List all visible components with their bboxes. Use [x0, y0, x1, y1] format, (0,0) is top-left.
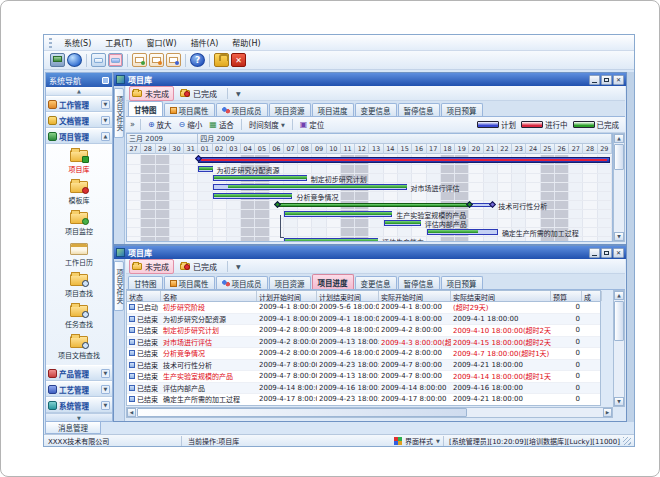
table-row[interactable]: 已结束对市场进行评估2009-4-2 8:00:002009-4-13 18:0…: [127, 337, 600, 349]
column-成[interactable]: 成: [582, 291, 602, 301]
task-bar[interactable]: [384, 220, 421, 226]
table-row[interactable]: 已启动初步研究阶段2009-4-1 8:00:002009-5-6 18:00:…: [127, 302, 600, 314]
pin-icon[interactable]: [102, 77, 109, 84]
folder-side-tab[interactable]: 项目文件夹: [114, 261, 124, 311]
table-row[interactable]: 已结束技术可行性分析2009-4-7 8:00:002009-4-23 18:0…: [127, 360, 600, 372]
sidebar-group-工作管理[interactable]: 工作管理▼: [46, 96, 112, 112]
tab-项目成员[interactable]: 项目成员: [216, 276, 268, 289]
summary-bar[interactable]: [198, 157, 610, 163]
task-bar[interactable]: [284, 238, 378, 241]
menu-item-1[interactable]: 系统(S): [57, 35, 98, 50]
chevron-down-icon[interactable]: ▼: [101, 116, 110, 125]
column-实际开始时间[interactable]: 实际开始时间: [379, 291, 451, 301]
table-row[interactable]: 已结束为初步研究分配资源2009-4-1 8:00:002009-4-1 18:…: [127, 314, 600, 326]
nav-item-模板库[interactable]: 模板库: [69, 178, 90, 207]
more-buttons-icon[interactable]: »: [130, 120, 135, 129]
filter-button-已完成[interactable]: 已完成: [177, 86, 222, 101]
tab-项目成员[interactable]: 项目成员: [216, 103, 268, 116]
fit-button[interactable]: ▦适合: [207, 118, 236, 131]
tab-项目进度[interactable]: 项目进度: [312, 103, 354, 116]
chevron-down-icon[interactable]: ▼: [101, 369, 110, 378]
mail-note-icon[interactable]: [166, 53, 181, 67]
lock-icon[interactable]: [214, 53, 229, 67]
scroll-thumb[interactable]: [614, 144, 624, 170]
column-计划结束时间[interactable]: 计划结束时间: [317, 291, 379, 301]
tab-变更信息[interactable]: 变更信息: [355, 276, 397, 289]
menu-item-4[interactable]: 插件(A): [184, 35, 226, 50]
task-bar[interactable]: [213, 184, 407, 190]
nav-item-任务查找[interactable]: 任务查找: [65, 302, 93, 331]
column-名称[interactable]: 名称: [161, 291, 257, 301]
mail-open-icon[interactable]: [149, 53, 164, 67]
tab-甘特图[interactable]: 甘特图: [128, 276, 163, 289]
internet-icon[interactable]: [67, 53, 82, 67]
tab-项目属性[interactable]: 项目属性: [164, 276, 215, 289]
time-scale-button[interactable]: 时间刻度▼: [247, 118, 287, 131]
folder-side-tab[interactable]: 项目文件夹: [114, 88, 124, 138]
scroll-up-arrow[interactable]: ▲: [614, 291, 624, 300]
exit-icon[interactable]: ✕: [231, 53, 246, 67]
sidebar-group-工艺管理[interactable]: 工艺管理▼: [46, 381, 112, 397]
menu-item-2[interactable]: 工具(T): [98, 35, 139, 50]
mail-new-icon[interactable]: [132, 53, 147, 67]
table-row[interactable]: 已结束制定初步研究计划2009-4-2 8:00:002009-4-8 18:0…: [127, 325, 600, 337]
chevron-up-icon[interactable]: ▲: [101, 132, 110, 141]
scroll-left-arrow[interactable]: ◀: [127, 408, 136, 417]
table-row[interactable]: 已结束确定生产所需的加工过程2009-4-17 8:00:002009-4-23…: [127, 394, 600, 406]
chevron-down-icon[interactable]: ▼: [233, 90, 244, 97]
column-实际结束时间[interactable]: 实际结束时间: [451, 291, 551, 301]
table-row[interactable]: 已结束分析竞争情况2009-4-2 8:00:002009-4-6 18:00:…: [127, 348, 600, 360]
tab-暂停信息[interactable]: 暂停信息: [398, 276, 440, 289]
help-icon[interactable]: ?: [190, 53, 205, 67]
sidebar-group-系统管理[interactable]: 系统管理▼: [46, 397, 112, 413]
minimize-button[interactable]: [589, 75, 600, 85]
table-row[interactable]: 已结束评估内部产品2009-4-14 8:00:002009-4-16 18:0…: [127, 383, 600, 395]
task-bar[interactable]: [284, 211, 392, 217]
filter-button-未完成[interactable]: 未完成: [129, 259, 174, 274]
tab-message-management[interactable]: 消息管理: [45, 421, 101, 434]
tab-暂停信息[interactable]: 暂停信息: [398, 103, 440, 116]
ui-style-button[interactable]: 界面样式: [405, 436, 433, 446]
task-bar[interactable]: [427, 229, 498, 235]
scroll-thumb[interactable]: [614, 301, 624, 341]
workspace-icon[interactable]: [50, 53, 65, 67]
nav-item-项目库[interactable]: 项目库: [69, 147, 90, 176]
folder-open-icon[interactable]: [91, 53, 106, 67]
vertical-scrollbar[interactable]: ▲▼: [613, 290, 625, 407]
column-预算[interactable]: 预算: [551, 291, 582, 301]
sidebar-group-项目管理[interactable]: 项目管理▲: [46, 128, 112, 144]
window-titlebar[interactable]: 项目库✕: [114, 246, 626, 259]
scroll-up-arrow[interactable]: ▲: [614, 134, 624, 143]
scroll-down-arrow[interactable]: ▼: [614, 232, 624, 241]
chevron-down-icon[interactable]: ▼: [101, 385, 110, 394]
close-button[interactable]: ✕: [613, 75, 624, 85]
window-titlebar[interactable]: 项目库✕: [114, 73, 626, 86]
task-bar[interactable]: [198, 166, 212, 172]
table-row[interactable]: 已结束生产实验室规模的产品2009-4-7 8:00:002009-4-13 1…: [127, 371, 600, 383]
tab-甘特图[interactable]: 甘特图: [128, 101, 163, 116]
tab-项目属性[interactable]: 项目属性: [164, 103, 215, 116]
nav-item-项目监控[interactable]: 项目监控: [65, 209, 93, 238]
scroll-down-arrow[interactable]: ▼: [614, 397, 624, 406]
tab-项目预算[interactable]: 项目预算: [441, 103, 483, 116]
tab-项目进度[interactable]: 项目进度: [312, 274, 354, 289]
locate-button[interactable]: ▣定位: [298, 118, 327, 131]
column-计划开始时间[interactable]: 计划开始时间: [257, 291, 317, 301]
chevron-down-icon[interactable]: ▼: [101, 401, 110, 410]
nav-item-工作日历[interactable]: 工作日历: [65, 240, 93, 269]
tab-项目资源[interactable]: 项目资源: [269, 103, 311, 116]
overflow-button[interactable]: ▼: [46, 413, 112, 421]
nav-item-项目文档查找[interactable]: 项目文档查找: [58, 333, 100, 362]
menu-item-5[interactable]: 帮助(H): [225, 35, 267, 50]
minimize-button[interactable]: [589, 248, 600, 258]
zoom-in-button[interactable]: ⊕放大: [146, 118, 174, 131]
zoom-out-button[interactable]: ⊖缩小: [177, 118, 205, 131]
task-bar[interactable]: [213, 175, 307, 181]
chevron-down-icon[interactable]: ▼: [233, 263, 244, 270]
sidebar-group-产品管理[interactable]: 产品管理▼: [46, 365, 112, 381]
save-layout-icon[interactable]: [108, 53, 123, 67]
maximize-button[interactable]: [601, 248, 612, 258]
tab-变更信息[interactable]: 变更信息: [355, 103, 397, 116]
maximize-button[interactable]: [601, 75, 612, 85]
toolbar-grip[interactable]: [49, 38, 52, 48]
